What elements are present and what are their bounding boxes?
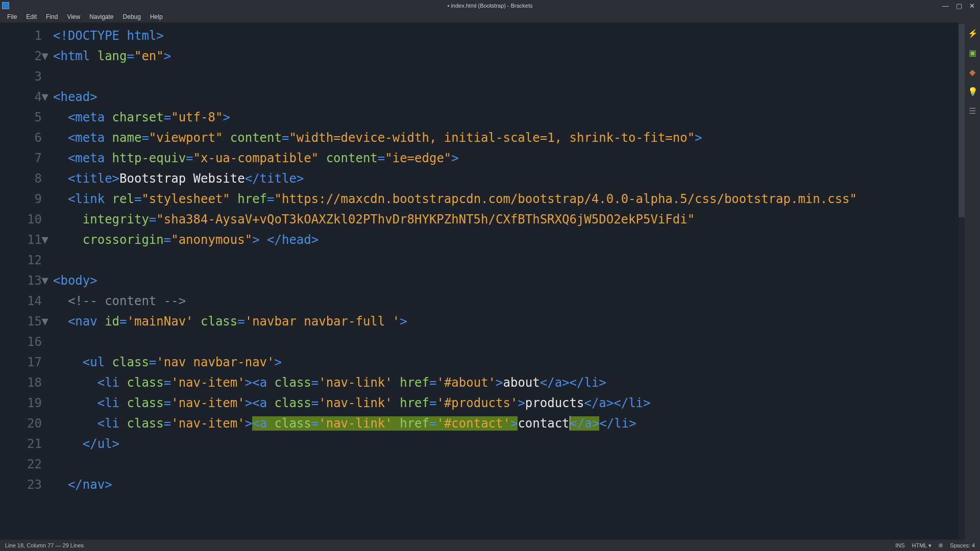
code-token: =: [149, 355, 156, 369]
menu-view[interactable]: View: [63, 12, 84, 21]
code-token: =: [164, 416, 171, 431]
language-mode[interactable]: HTML ▾: [912, 542, 932, 549]
code-token: ul: [90, 355, 112, 369]
code-token: "https://maxcdn.bootstrapcdn.com/bootstr…: [275, 192, 857, 206]
code-token: >: [518, 396, 525, 410]
indent-setting[interactable]: Spaces: 4: [950, 542, 975, 548]
code-token: <: [68, 171, 75, 186]
menu-help[interactable]: Help: [146, 12, 167, 21]
code-token: rel: [112, 192, 134, 206]
maximize-icon[interactable]: ▢: [956, 2, 962, 10]
code-token: "en": [134, 49, 164, 63]
fold-arrow-icon[interactable]: ▼: [40, 87, 50, 107]
line-number: 23: [27, 478, 42, 492]
code-token: 'nav-link': [318, 416, 400, 431]
code-token: >: [451, 151, 458, 165]
code-token: =: [134, 192, 141, 206]
code-token: "width=device-width, initial-scale=1, sh…: [289, 131, 695, 145]
line-number: 7: [35, 151, 42, 165]
insert-mode[interactable]: INS: [895, 542, 904, 548]
code-token: <: [68, 314, 75, 329]
code-token: 'nav-link': [318, 375, 400, 390]
code-token: <: [97, 416, 105, 431]
vertical-scrollbar[interactable]: [959, 22, 965, 540]
code-token: </: [540, 375, 555, 390]
code-token: li: [105, 375, 127, 390]
code-token: <: [53, 273, 60, 288]
code-token: >: [510, 416, 518, 431]
menu-navigate[interactable]: Navigate: [85, 12, 117, 21]
code-token: class: [127, 416, 164, 431]
code-token: </: [68, 478, 83, 492]
code-token: >: [400, 314, 407, 329]
code-token: </: [267, 233, 282, 247]
code-token: '#contact': [436, 416, 510, 431]
code-token: integrity: [83, 212, 149, 227]
cursor-position[interactable]: Line 18, Column 77 — 29 Lines: [5, 542, 84, 548]
code-token: a: [260, 396, 275, 410]
scrollbar-thumb[interactable]: [959, 23, 965, 217]
code-token: class: [275, 396, 311, 410]
code-editor[interactable]: <!DOCTYPE html> <html lang="en"> <head> …: [49, 22, 965, 540]
status-dot-icon[interactable]: [939, 543, 943, 547]
menu-find[interactable]: Find: [42, 12, 62, 21]
code-token: =: [127, 49, 134, 63]
menu-debug[interactable]: Debug: [119, 12, 145, 21]
code-token: >: [90, 90, 97, 104]
code-token: class: [201, 314, 237, 329]
code-token: <!DOCTYPE html>: [53, 29, 164, 43]
code-token: =: [237, 314, 244, 329]
code-token: class: [127, 396, 164, 410]
fold-arrow-icon[interactable]: ▼: [40, 230, 50, 250]
fold-arrow-icon[interactable]: ▼: [40, 46, 50, 66]
code-token: href: [237, 192, 267, 206]
code-token: 'nav navbar-nav': [156, 355, 274, 369]
code-token: http-equiv: [112, 151, 186, 165]
extension-manager-icon[interactable]: ▣: [968, 48, 977, 57]
code-token: </: [83, 437, 97, 451]
code-token: >: [643, 396, 650, 410]
close-icon[interactable]: ✕: [969, 2, 975, 10]
line-number: 10: [27, 212, 42, 227]
code-token: <: [83, 355, 90, 369]
code-token: =: [429, 375, 436, 390]
plugin-icon[interactable]: ◆: [968, 67, 977, 77]
code-token: title: [260, 171, 297, 186]
minimize-icon[interactable]: —: [942, 2, 949, 10]
menu-edit[interactable]: Edit: [22, 12, 41, 21]
code-token: 'mainNav': [127, 314, 201, 329]
code-token: li: [628, 396, 643, 410]
line-number: 18: [27, 375, 42, 390]
code-token: >: [252, 233, 267, 247]
code-token: =: [141, 131, 149, 145]
code-token: >: [629, 416, 636, 431]
code-token: >: [112, 437, 119, 451]
line-number: 22: [27, 457, 42, 471]
code-token: html: [60, 49, 97, 63]
code-token: about: [503, 375, 540, 390]
code-token: li: [105, 396, 127, 410]
code-token: head: [282, 233, 311, 247]
code-token: name: [112, 131, 142, 145]
lightbulb-icon[interactable]: 💡: [968, 87, 977, 96]
titlebar: • index.html (Bootstrap) - Brackets — ▢ …: [0, 0, 980, 11]
code-token: contact: [518, 416, 569, 431]
right-toolbar: ⚡ ▣ ◆ 💡 ☰: [965, 22, 980, 540]
code-token: 'nav-item': [171, 396, 245, 410]
line-gutter[interactable]: 1234567891011121314151617181920212223▼▼▼…: [0, 22, 49, 540]
code-token: >: [105, 478, 112, 492]
fold-arrow-icon[interactable]: ▼: [40, 311, 50, 332]
code-token: </: [599, 416, 614, 431]
code-token: ><: [245, 375, 260, 390]
code-token: >: [275, 355, 282, 369]
code-token: meta: [75, 110, 112, 124]
code-token: a: [555, 375, 562, 390]
line-number: 3: [35, 69, 42, 84]
live-preview-icon[interactable]: ⚡: [968, 29, 977, 38]
window-controls: — ▢ ✕: [942, 2, 980, 10]
layers-icon[interactable]: ☰: [968, 106, 977, 115]
fold-arrow-icon[interactable]: ▼: [40, 270, 50, 291]
code-token: crossorigin: [83, 233, 164, 247]
menu-file[interactable]: File: [3, 12, 21, 21]
code-token: '#about': [436, 375, 496, 390]
